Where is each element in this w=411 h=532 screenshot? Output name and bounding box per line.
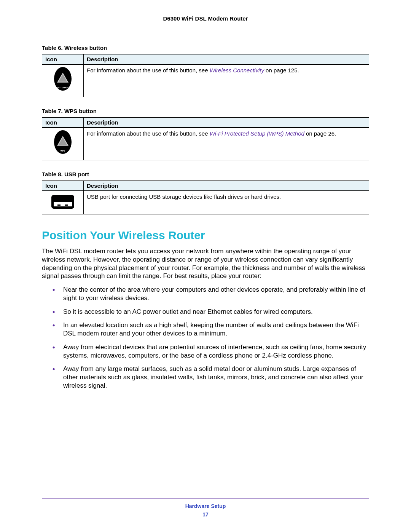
table8-icon-cell <box>42 191 84 214</box>
wireless-connectivity-link[interactable]: Wireless Connectivity <box>210 67 264 73</box>
wps-method-link[interactable]: Wi-Fi Protected Setup (WPS) Method <box>210 130 304 137</box>
wifi-onoff-icon-label: WiFi On/Off <box>54 86 72 89</box>
table7-header-icon: Icon <box>42 118 84 128</box>
placement-bullets: Near the center of the area where your c… <box>42 286 369 390</box>
table7: Icon Description WPS For information abo… <box>42 117 369 160</box>
wps-icon-label: WPS <box>54 150 72 152</box>
bullet-item: Near the center of the area where your c… <box>53 286 369 302</box>
bullet-item: In an elevated location such as a high s… <box>53 321 369 338</box>
table8-header-desc: Description <box>84 181 369 191</box>
table6-header-desc: Description <box>84 54 369 65</box>
usb-port-icon <box>51 195 74 209</box>
footer-label: Hardware Setup <box>42 503 369 509</box>
bullet-item: So it is accessible to an AC power outle… <box>53 308 369 316</box>
table6-desc-prefix: For information about the use of this bu… <box>87 67 210 73</box>
table8-desc-cell: USB port for connecting USB storage devi… <box>84 191 369 214</box>
table7-caption: Table 7. WPS button <box>42 108 369 114</box>
footer-rule <box>42 498 369 498</box>
table6-caption: Table 6. Wireless button <box>42 45 369 51</box>
bullet-item: Away from electrical devices that are po… <box>53 343 369 360</box>
table7-icon-cell: WPS <box>42 128 84 160</box>
page-footer: Hardware Setup 17 <box>42 498 369 518</box>
wps-button-icon: WPS <box>54 130 72 154</box>
wifi-onoff-button-icon: WiFi On/Off <box>54 67 72 91</box>
table8-desc-text: USB port for connecting USB storage devi… <box>87 193 281 200</box>
table8-header-icon: Icon <box>42 181 84 191</box>
table7-desc-cell: For information about the use of this bu… <box>84 128 369 160</box>
table6-desc-suffix: on page 125. <box>264 67 299 73</box>
table6-header-icon: Icon <box>42 54 84 65</box>
section-title: Position Your Wireless Router <box>42 229 369 242</box>
bullet-item: Away from any large metal surfaces, such… <box>53 365 369 390</box>
table6: Icon Description WiFi On/Off For informa… <box>42 54 369 97</box>
footer-page-number: 17 <box>42 511 369 518</box>
table8: Icon Description USB port for connecting… <box>42 181 369 214</box>
table8-caption: Table 8. USB port <box>42 171 369 177</box>
table6-desc-cell: For information about the use of this bu… <box>84 64 369 97</box>
table7-desc-suffix: on page 26. <box>304 130 336 137</box>
table6-icon-cell: WiFi On/Off <box>42 64 84 97</box>
table7-desc-prefix: For information about the use of this bu… <box>87 130 210 137</box>
section-intro: The WiFi DSL modem router lets you acces… <box>42 247 369 280</box>
page-header-title: D6300 WiFi DSL Modem Router <box>42 15 369 22</box>
table7-header-desc: Description <box>84 118 369 128</box>
